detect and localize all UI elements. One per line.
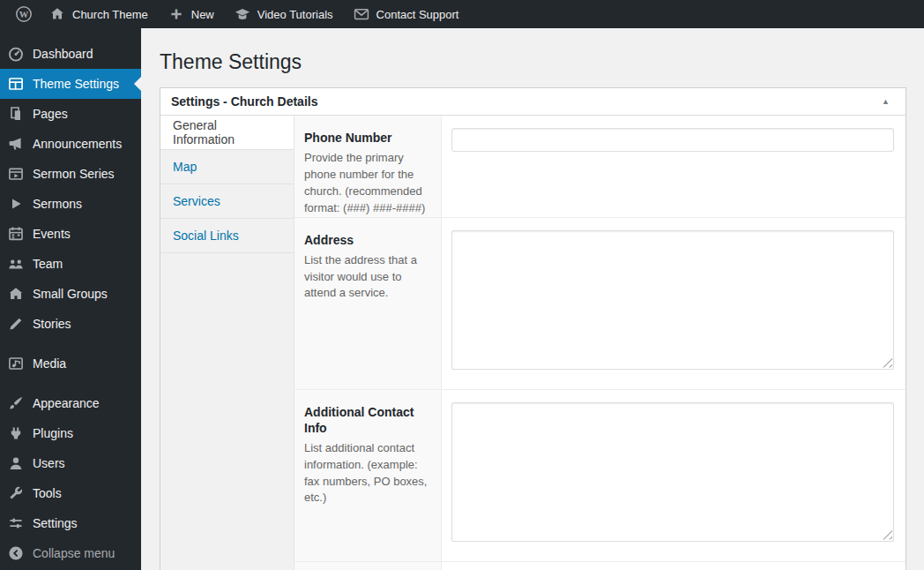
graduation-cap-icon [234, 5, 251, 23]
envelope-icon [353, 5, 370, 23]
settings-fields: Phone NumberProvide the primary phone nu… [294, 116, 905, 570]
field-input-cell [442, 390, 905, 561]
sidebar-item-dashboard[interactable]: Dashboard [0, 39, 141, 69]
tab-social-links[interactable]: Social Links [160, 219, 294, 253]
field-input-cell [442, 116, 905, 217]
sidebar-item-media[interactable]: Media [0, 349, 141, 379]
sidebar-item-label: Theme Settings [33, 77, 119, 91]
sermons-icon [7, 195, 25, 213]
sidebar-item-settings[interactable]: Settings [0, 508, 141, 538]
admin-sidebar-menu: DashboardTheme SettingsPagesAnnouncement… [0, 28, 141, 570]
field-row-phone-number: Phone NumberProvide the primary phone nu… [294, 116, 905, 218]
field-description: List the address that a visitor would us… [304, 252, 430, 303]
dashboard-icon [7, 45, 25, 63]
sidebar-item-label: Announcements [33, 137, 122, 151]
field-label: Address [304, 232, 430, 248]
tab-general-information[interactable]: General Information [160, 116, 294, 150]
field-description: List additional contact information. (ex… [304, 440, 430, 506]
field-row-additional-contact-info: Additional Contact InfoList additional c… [294, 390, 905, 562]
sidebar-item-label: Plugins [33, 426, 73, 440]
sidebar-item-pages[interactable]: Pages [0, 99, 141, 129]
tab-map[interactable]: Map [160, 150, 294, 184]
team-icon [7, 255, 25, 273]
field-input-cell [442, 218, 905, 389]
sidebar-item-announcements[interactable]: Announcements [0, 129, 141, 159]
sidebar-item-label: Tools [33, 486, 62, 500]
adminbar-item-contact-support[interactable]: Contact Support [343, 0, 469, 28]
sidebar-item-events[interactable]: Events [0, 219, 141, 249]
sidebar-item-tools[interactable]: Tools [0, 478, 141, 508]
settings-tab-list: General InformationMapServicesSocial Lin… [160, 116, 294, 570]
main-content: Theme Settings Settings - Church Details… [141, 28, 924, 570]
appearance-icon [7, 394, 25, 412]
sidebar-item-collapse-menu[interactable]: Collapse menu [0, 538, 141, 568]
sidebar-item-label: Small Groups [33, 287, 108, 301]
field-row-address: AddressList the address that a visitor w… [294, 218, 905, 390]
sidebar-item-label: Pages [33, 107, 68, 121]
sidebar-item-small-groups[interactable]: Small Groups [0, 279, 141, 309]
admin-bar: WChurch ThemeNewVideo TutorialsContact S… [0, 0, 924, 28]
panel-header: Settings - Church Details ▲ [160, 88, 905, 116]
users-icon [7, 454, 25, 472]
field-label: Additional Contact Info [304, 404, 430, 436]
panel-collapse-toggle-icon[interactable]: ▲ [876, 94, 895, 109]
collapse-icon [7, 544, 25, 562]
stories-icon [7, 315, 25, 333]
panel-title: Settings - Church Details [171, 94, 317, 109]
sidebar-item-label: Dashboard [33, 47, 93, 61]
sidebar-item-label: Stories [33, 317, 71, 331]
sidebar-item-label: Media [33, 356, 66, 371]
field-label-cell [294, 562, 442, 570]
sidebar-item-label: Collapse menu [33, 546, 115, 560]
sidebar-item-label: Sermon Series [33, 167, 115, 181]
adminbar-item-new-content[interactable]: New [158, 0, 224, 28]
sidebar-item-stories[interactable]: Stories [0, 309, 141, 339]
tab-services[interactable]: Services [160, 184, 294, 219]
adminbar-item-site-name[interactable]: Church Theme [39, 0, 158, 28]
field-label: Phone Number [304, 130, 430, 146]
sermon-series-icon [7, 165, 25, 183]
adminbar-item-video-tutorials[interactable]: Video Tutorials [224, 0, 343, 28]
sidebar-item-theme-settings[interactable]: Theme Settings [0, 69, 141, 99]
tools-icon [7, 484, 25, 502]
field-row-next-partial [294, 562, 905, 570]
events-icon [7, 225, 25, 243]
field-description: Provide the primary phone number for the… [304, 150, 430, 216]
field-label-cell: Additional Contact InfoList additional c… [294, 390, 442, 561]
adminbar-label: Church Theme [72, 8, 148, 21]
address-textarea[interactable] [451, 230, 894, 370]
textarea-wrapper [451, 402, 894, 542]
sidebar-item-users[interactable]: Users [0, 448, 141, 478]
field-label-cell: Phone NumberProvide the primary phone nu… [294, 116, 442, 217]
panel-body: General InformationMapServicesSocial Lin… [160, 116, 905, 570]
media-icon [7, 355, 25, 372]
additional-contact-info-textarea[interactable] [451, 402, 894, 542]
theme-settings-icon [7, 75, 25, 93]
home-icon [48, 5, 66, 23]
sidebar-item-label: Appearance [33, 396, 100, 410]
plus-icon [168, 5, 185, 23]
sidebar-item-appearance[interactable]: Appearance [0, 388, 141, 418]
sidebar-item-plugins[interactable]: Plugins [0, 418, 141, 448]
adminbar-label: New [191, 8, 214, 21]
field-input-cell [442, 562, 905, 570]
wordpress-icon: W [15, 5, 33, 23]
page-title: Theme Settings [160, 49, 906, 75]
phone-number-input[interactable] [451, 128, 894, 152]
plugins-icon [7, 424, 25, 442]
sidebar-item-sermons[interactable]: Sermons [0, 189, 141, 219]
church-details-panel: Settings - Church Details ▲ General Info… [160, 87, 906, 570]
adminbar-item-wordpress-logo[interactable]: W [9, 0, 39, 28]
sidebar-item-team[interactable]: Team [0, 249, 141, 279]
sidebar-item-label: Sermons [33, 197, 82, 211]
textarea-wrapper [451, 230, 894, 370]
svg-text:W: W [19, 10, 29, 19]
settings-icon [7, 514, 25, 532]
sidebar-item-label: Settings [33, 516, 78, 530]
small-groups-icon [7, 285, 25, 303]
sidebar-item-label: Users [33, 456, 65, 470]
sidebar-item-label: Team [33, 257, 63, 271]
adminbar-label: Contact Support [376, 8, 459, 21]
sidebar-item-sermon-series[interactable]: Sermon Series [0, 159, 141, 189]
field-label-cell: AddressList the address that a visitor w… [294, 218, 442, 389]
